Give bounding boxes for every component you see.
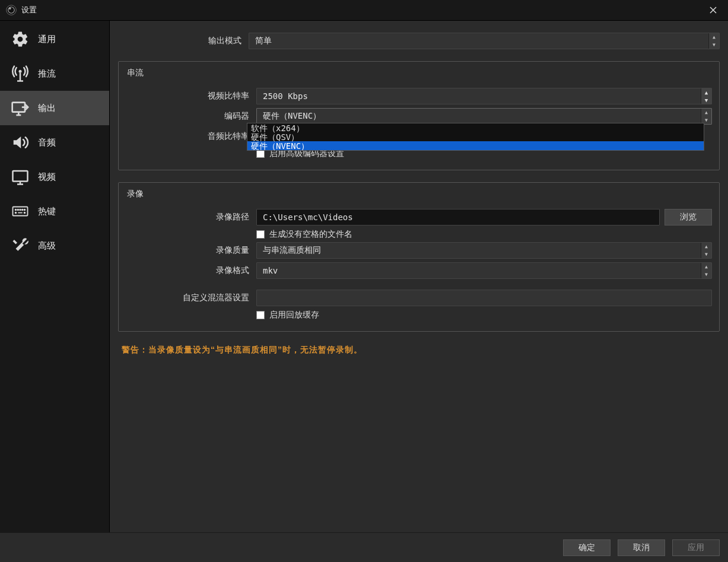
browse-button[interactable]: 浏览 [665,209,712,226]
warning-text: 警告：当录像质量设为“与串流画质相同”时，无法暂停录制。 [118,345,720,355]
titlebar: 设置 [0,0,728,21]
output-mode-select[interactable]: 简单 ▲▼ [249,33,720,49]
video-bitrate-row: 视频比特率 2500 Kbps ▲▼ [126,88,712,104]
recording-path-value: C:\Users\mc\Videos [263,212,353,222]
replay-buffer-row: 启用回放缓存 [126,310,712,320]
no-space-filename-row: 生成没有空格的文件名 [126,229,712,240]
encoder-label: 编码器 [126,111,256,122]
speaker-icon [11,133,30,152]
custom-muxer-input[interactable] [256,290,712,306]
video-bitrate-value: 2500 Kbps [263,91,308,101]
audio-bitrate-label: 音频比特率 [126,131,256,142]
stepper-icon: ▲▼ [701,88,711,104]
svg-point-5 [19,70,22,73]
svg-point-20 [15,212,17,214]
adv-encoder-checkbox[interactable] [256,150,265,158]
streaming-group-title: 串流 [126,66,712,80]
svg-rect-11 [13,171,28,182]
keyboard-icon [11,202,30,221]
content-area: 输出模式 简单 ▲▼ 串流 视频比特率 2500 Kbps ▲▼ [110,21,728,532]
ok-button-label: 确定 [578,542,595,553]
replay-buffer-checkbox[interactable] [256,311,265,319]
ok-button[interactable]: 确定 [563,539,611,556]
svg-rect-14 [13,207,28,216]
sidebar-item-audio[interactable]: 音频 [0,125,109,160]
sidebar-item-output[interactable]: 输出 [0,91,109,125]
recording-quality-label: 录像质量 [126,245,256,256]
recording-quality-select[interactable]: 与串流画质相同 ▲▼ [256,242,712,259]
recording-format-label: 录像格式 [126,265,256,276]
cancel-button-label: 取消 [633,542,650,553]
apply-button[interactable]: 应用 [672,539,720,556]
no-space-filename-label: 生成没有空格的文件名 [269,229,352,240]
recording-path-label: 录像路径 [126,212,256,223]
encoder-option[interactable]: 软件（x264） [247,123,704,132]
sidebar-item-label: 通用 [38,34,56,45]
custom-muxer-label: 自定义混流器设置 [126,293,256,303]
svg-point-19 [24,209,26,211]
svg-point-17 [20,209,21,211]
recording-format-select[interactable]: mkv ▲▼ [256,262,712,279]
encoder-select[interactable]: 硬件（NVENC） ▲▼ [256,108,712,125]
sidebar-item-stream[interactable]: 推流 [0,56,109,91]
custom-muxer-row: 自定义混流器设置 [126,290,712,306]
recording-quality-value: 与串流画质相同 [263,245,321,256]
updown-icon: ▲▼ [708,33,719,49]
output-mode-label: 输出模式 [118,36,249,46]
app-icon [6,5,17,15]
recording-format-value: mkv [263,266,278,275]
sidebar-item-label: 音频 [38,137,56,148]
sidebar-item-video[interactable]: 视频 [0,160,109,194]
tools-icon [11,236,30,255]
output-mode-value: 简单 [255,36,272,46]
encoder-option-selected[interactable]: 硬件（NVENC） [247,141,704,150]
updown-icon: ▲▼ [701,263,711,278]
close-button[interactable] [704,2,722,18]
svg-point-18 [22,209,23,211]
sidebar-item-label: 热键 [38,206,56,217]
browse-button-label: 浏览 [680,212,697,223]
svg-point-2 [9,7,11,9]
sidebar-item-label: 高级 [38,240,56,252]
video-bitrate-label: 视频比特率 [126,91,256,101]
recording-group-title: 录像 [126,188,712,201]
svg-point-22 [24,212,26,214]
sidebar-item-label: 输出 [38,103,56,114]
sidebar-item-general[interactable]: 通用 [0,22,109,56]
monitor-icon [11,167,30,186]
footer: 确定 取消 应用 [0,532,728,562]
encoder-row: 编码器 硬件（NVENC） ▲▼ [126,108,712,125]
sidebar-item-label: 视频 [38,172,56,183]
recording-quality-row: 录像质量 与串流画质相同 ▲▼ [126,242,712,259]
broadcast-icon [11,64,30,83]
output-mode-row: 输出模式 简单 ▲▼ [118,33,720,49]
encoder-option[interactable]: 硬件（QSV） [247,132,704,141]
replay-buffer-label: 启用回放缓存 [269,310,319,320]
cancel-button[interactable]: 取消 [618,539,665,556]
recording-path-row: 录像路径 C:\Users\mc\Videos 浏览 [126,209,712,226]
recording-path-input[interactable]: C:\Users\mc\Videos [256,209,660,226]
sidebar-item-hotkeys[interactable]: 热键 [0,194,109,228]
recording-format-row: 录像格式 mkv ▲▼ [126,262,712,279]
apply-button-label: 应用 [688,542,704,553]
encoder-value: 硬件（NVENC） [263,111,321,122]
svg-point-15 [15,209,17,211]
sidebar-item-label: 推流 [38,68,56,80]
no-space-filename-checkbox[interactable] [256,230,265,239]
streaming-group: 串流 视频比特率 2500 Kbps ▲▼ 编码器 硬件（NVENC） ▲▼ [118,61,720,170]
sidebar: 通用 推流 输出 音频 视频 [0,21,110,532]
svg-point-16 [17,209,18,211]
output-icon [11,99,30,118]
window-title: 设置 [21,5,37,15]
gear-icon [11,30,30,49]
updown-icon: ▲▼ [701,243,711,258]
sidebar-item-advanced[interactable]: 高级 [0,228,109,263]
recording-group: 录像 录像路径 C:\Users\mc\Videos 浏览 生成没有空格的文件名… [118,182,720,332]
encoder-dropdown-popup[interactable]: 软件（x264） 硬件（QSV） 硬件（NVENC） [247,123,704,151]
video-bitrate-input[interactable]: 2500 Kbps ▲▼ [256,88,712,104]
updown-icon: ▲▼ [701,109,711,124]
